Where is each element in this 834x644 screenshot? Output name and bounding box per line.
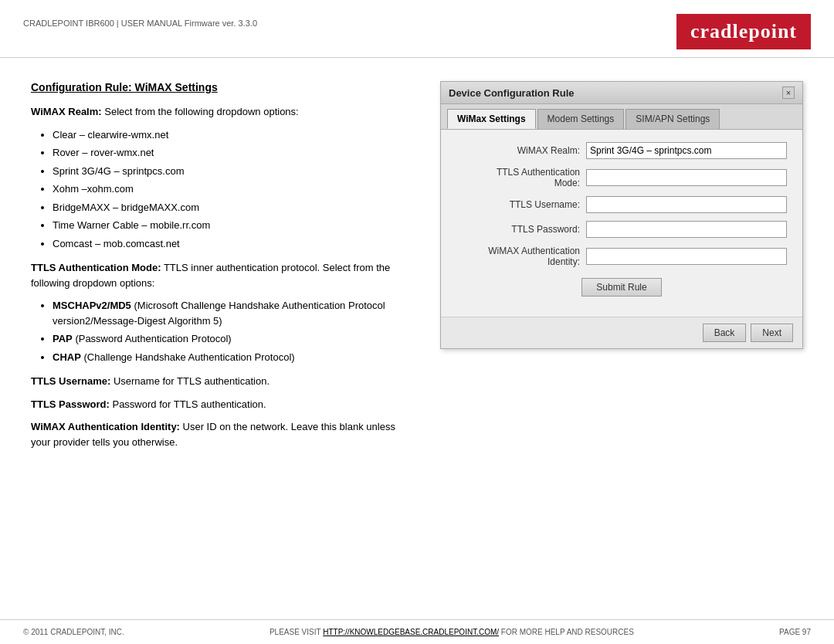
dialog-body: WiMAX Realm: Sprint 3G/4G – sprintpcs.co… xyxy=(441,130,802,317)
footer-page: PAGE 97 xyxy=(779,628,811,636)
ttls-auth-bold: TTLS Authentication Mode: xyxy=(31,262,161,273)
dialog-titlebar: Device Configuration Rule × xyxy=(441,82,802,104)
ttls-password-bold: TTLS Password: xyxy=(31,398,110,410)
wimax-options-list: Clear – clearwire-wmx.net Rover – rover-… xyxy=(53,127,417,252)
close-button[interactable]: × xyxy=(782,86,795,99)
page-header: CRADLEPOINT IBR600 | USER MANUAL Firmwar… xyxy=(0,0,834,58)
ttls-auth-mode-select[interactable]: MSCHAPv2/MD5 PAP CHAP xyxy=(586,169,787,186)
list-item: Sprint 3G/4G – sprintpcs.com xyxy=(53,164,417,179)
ttls-username-label: TTLS Username: xyxy=(456,199,580,210)
pap-bold: PAP xyxy=(53,333,73,344)
wimax-realm-row: WiMAX Realm: Sprint 3G/4G – sprintpcs.co… xyxy=(456,142,787,159)
footer-copyright: © 2011 CRADLEPOINT, INC. xyxy=(23,628,124,636)
list-item: Clear – clearwire-wmx.net xyxy=(53,127,417,143)
manual-info: CRADLEPOINT IBR600 | USER MANUAL Firmwar… xyxy=(23,19,257,28)
mschapv2-bold: MSCHAPv2/MD5 xyxy=(53,300,131,311)
tab-sim-apn-settings[interactable]: SIM/APN Settings xyxy=(626,109,720,129)
ttls-username-text: Username for TTLS authentication. xyxy=(110,375,270,387)
wimax-auth-identity-label: WiMAX AuthenticationIdentity: xyxy=(456,246,580,267)
footer-link[interactable]: HTTP://KNOWLEDGEBASE.CRADLEPOINT.COM/ xyxy=(323,628,499,636)
chap-text: (Challenge Handshake Authentication Prot… xyxy=(81,351,295,363)
section-title: Configuration Rule: WiMAX Settings xyxy=(31,81,417,93)
chap-bold: CHAP xyxy=(53,351,81,363)
footer-visit-suffix: FOR MORE HELP AND RESOURCES xyxy=(499,628,634,636)
device-config-dialog: Device Configuration Rule × WiMax Settin… xyxy=(440,81,803,349)
list-item: Time Warner Cable – mobile.rr.com xyxy=(53,218,417,233)
ttls-username-desc: TTLS Username: Username for TTLS authent… xyxy=(31,374,417,389)
list-item: PAP (Password Authentication Protocol) xyxy=(53,331,417,347)
left-column: Configuration Rule: WiMAX Settings WiMAX… xyxy=(31,81,417,457)
main-content: Configuration Rule: WiMAX Settings WiMAX… xyxy=(0,58,834,465)
dialog-title: Device Configuration Rule xyxy=(449,87,575,99)
wimax-realm-label: WiMAX Realm: xyxy=(456,145,580,156)
page-footer: © 2011 CRADLEPOINT, INC. PLEASE VISIT HT… xyxy=(0,619,834,644)
ttls-password-row: TTLS Password: xyxy=(456,221,787,238)
wimax-auth-identity-row: WiMAX AuthenticationIdentity: xyxy=(456,246,787,267)
tab-wimax-settings[interactable]: WiMax Settings xyxy=(447,109,536,129)
back-button[interactable]: Back xyxy=(703,324,747,342)
wimax-auth-identity-input[interactable] xyxy=(586,248,787,265)
tab-modem-settings[interactable]: Modem Settings xyxy=(537,109,625,129)
ttls-password-text: Password for TTLS authentication. xyxy=(110,398,266,410)
submit-row: Submit Rule xyxy=(456,278,787,297)
wimax-realm-bold: WiMAX Realm: xyxy=(31,106,102,117)
ttls-password-input[interactable] xyxy=(586,221,787,238)
wimax-realm-select[interactable]: Sprint 3G/4G – sprintpcs.com Clear – cle… xyxy=(586,142,787,159)
submit-rule-button[interactable]: Submit Rule xyxy=(581,278,661,297)
ttls-username-row: TTLS Username: xyxy=(456,196,787,213)
ttls-auth-mode-label: TTLS AuthenticationMode: xyxy=(456,167,580,188)
list-item: MSCHAPv2/MD5 (Microsoft Challenge Handsh… xyxy=(53,298,417,328)
list-item: CHAP (Challenge Handshake Authentication… xyxy=(53,350,417,365)
logo: cradlepoint xyxy=(676,14,811,49)
dialog-tabs: WiMax Settings Modem Settings SIM/APN Se… xyxy=(441,104,802,130)
ttls-auth-intro: TTLS Authentication Mode: TTLS inner aut… xyxy=(31,260,417,290)
ttls-auth-mode-row: TTLS AuthenticationMode: MSCHAPv2/MD5 PA… xyxy=(456,167,787,188)
ttls-auth-mode-select-wrapper: MSCHAPv2/MD5 PAP CHAP xyxy=(586,169,787,186)
dialog-footer: Back Next xyxy=(441,317,802,348)
wimax-auth-bold: WiMAX Authentication Identity: xyxy=(31,421,180,432)
right-column: Device Configuration Rule × WiMax Settin… xyxy=(440,81,803,457)
ttls-password-desc: TTLS Password: Password for TTLS authent… xyxy=(31,397,417,412)
footer-visit: PLEASE VISIT HTTP://KNOWLEDGEBASE.CRADLE… xyxy=(270,628,634,636)
next-button[interactable]: Next xyxy=(751,324,793,342)
ttls-options-list: MSCHAPv2/MD5 (Microsoft Challenge Handsh… xyxy=(53,298,417,364)
list-item: Xohm –xohm.com xyxy=(53,181,417,197)
list-item: BridgeMAXX – bridgeMAXX.com xyxy=(53,200,417,215)
footer-visit-text: PLEASE VISIT xyxy=(270,628,323,636)
wimax-realm-intro: WiMAX Realm: Select from the following d… xyxy=(31,104,417,120)
logo-text: cradlepoint xyxy=(690,20,797,43)
list-item: Comcast – mob.comcast.net xyxy=(53,236,417,252)
list-item: Rover – rover-wmx.net xyxy=(53,145,417,161)
ttls-username-bold: TTLS Username: xyxy=(31,375,110,387)
pap-text: (Password Authentication Protocol) xyxy=(73,333,232,344)
wimax-realm-select-wrapper: Sprint 3G/4G – sprintpcs.com Clear – cle… xyxy=(586,142,787,159)
wimax-realm-text: Select from the following dropdown optio… xyxy=(102,106,299,117)
wimax-auth-desc: WiMAX Authentication Identity: User ID o… xyxy=(31,419,417,449)
ttls-password-label: TTLS Password: xyxy=(456,224,580,235)
ttls-username-input[interactable] xyxy=(586,196,787,213)
